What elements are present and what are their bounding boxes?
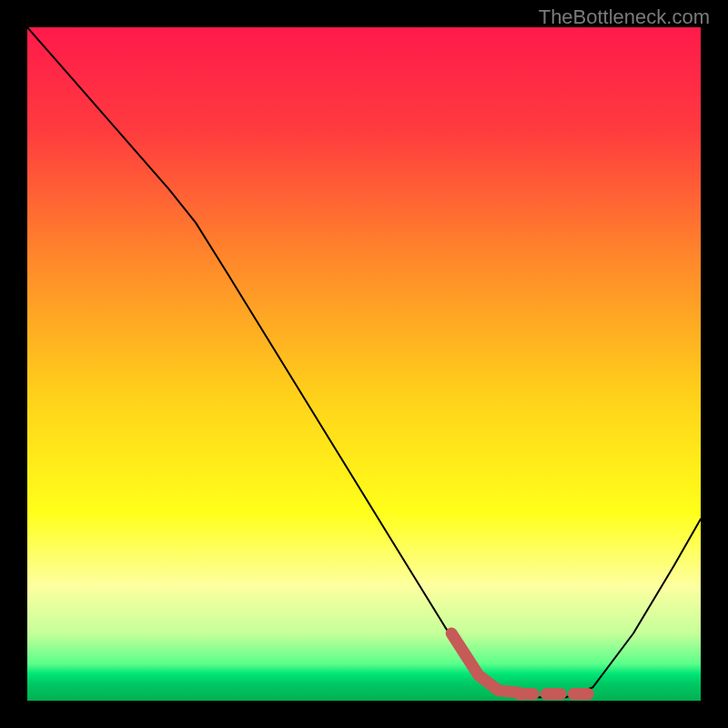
gradient-background <box>27 27 701 701</box>
chart-svg <box>27 27 701 701</box>
watermark-text: TheBottleneck.com <box>539 5 710 29</box>
chart-plot-area <box>27 27 701 701</box>
